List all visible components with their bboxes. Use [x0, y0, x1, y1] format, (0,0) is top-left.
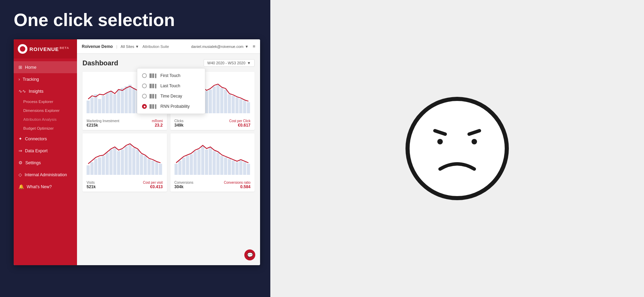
svg-rect-1 [90, 98, 93, 113]
svg-rect-39 [247, 102, 250, 113]
svg-point-80 [408, 99, 507, 198]
svg-rect-35 [231, 96, 234, 113]
svg-rect-65 [193, 151, 196, 175]
topbar-email: daniel.musialek@roivenue.com ▼ ≡ [191, 44, 255, 49]
svg-point-84 [472, 139, 477, 144]
sidebar-item-process-explorer[interactable]: Process Explorer [14, 97, 77, 106]
svg-rect-57 [151, 160, 154, 175]
chart-value-visits: 521k [87, 184, 96, 189]
svg-rect-8 [117, 90, 120, 114]
main-content: Roivenue Demo | All Sites ▼ Attribution … [77, 39, 260, 265]
date-selector[interactable]: W40 2020 - WS3 2020 ▼ [204, 59, 255, 67]
chart-footer-clicks: Clicks 349k Cost per Click €0.617 [175, 119, 251, 128]
sidebar-item-tracking[interactable]: › Tracking [14, 73, 77, 85]
tracking-icon: › [18, 77, 20, 82]
bar-chart-icon-rnn: ▊▋▌ [150, 104, 158, 109]
svg-rect-5 [106, 93, 109, 113]
logo-text: ROIVENUEBETA [29, 46, 69, 52]
svg-rect-48 [117, 151, 120, 175]
date-chevron-icon: ▼ [247, 61, 251, 65]
svg-rect-64 [190, 154, 193, 175]
sidebar-item-dimensions-explorer[interactable]: Dimensions Explorer [14, 106, 77, 115]
sidebar-item-settings[interactable]: ⚙ Settings [14, 157, 77, 169]
topbar-suite: Attribution Suite [142, 44, 169, 49]
dashboard-area: Dashboard W40 2020 - WS3 2020 ▼ [77, 54, 260, 265]
sidebar-item-whats-new[interactable]: 🔔 What's New? [14, 181, 77, 193]
radio-last-touch[interactable] [142, 83, 147, 88]
chat-button[interactable]: 💬 [244, 249, 255, 260]
sidebar-item-data-export-label: Data Export [25, 148, 48, 153]
svg-rect-30 [212, 86, 216, 113]
sidebar-item-tracking-label: Tracking [23, 77, 39, 82]
radio-time-decay[interactable] [142, 94, 147, 99]
chart-conversions: Conversions 304k Conversions ratio 0.584 [170, 133, 255, 192]
svg-rect-54 [140, 154, 143, 175]
chevron-down-icon: ▼ [135, 44, 139, 49]
chart-visits: Visits 521k Cost per visit €0.413 [82, 133, 167, 192]
dropdown-item-time-decay[interactable]: ▊▋▌ Time Decay [137, 91, 205, 101]
svg-rect-66 [197, 150, 200, 175]
svg-rect-10 [125, 86, 128, 113]
topbar-email-chevron: ▼ [245, 44, 249, 49]
sidebar-item-connectors[interactable]: ✦ Connectors [14, 133, 77, 145]
svg-rect-52 [132, 148, 136, 175]
attribution-dropdown: ▊▋▌ First Touch ▊▋▌ Last Touch ▊▋▌ Time … [137, 68, 205, 114]
svg-rect-78 [243, 162, 246, 175]
svg-rect-9 [121, 88, 124, 113]
svg-rect-50 [125, 146, 128, 175]
right-panel [270, 0, 644, 297]
dropdown-item-rnn-probability[interactable]: ▊▋▌ RNN Probability [137, 101, 205, 112]
dropdown-label-last-touch: Last Touch [160, 83, 180, 88]
chart-metric-value-clicks: €0.617 [229, 123, 250, 128]
svg-rect-76 [235, 162, 239, 175]
app-window: ROIVENUEBETA ⊞ Home › Tracking ∿∿ Insigh… [14, 39, 260, 265]
svg-rect-47 [113, 148, 116, 175]
svg-rect-43 [98, 157, 101, 175]
svg-rect-49 [121, 150, 124, 175]
svg-rect-6 [110, 91, 113, 113]
svg-rect-34 [228, 94, 231, 114]
svg-rect-38 [243, 101, 246, 113]
svg-rect-33 [224, 90, 227, 114]
left-panel: One click selection ROIVENUEBETA ⊞ Home … [0, 0, 270, 297]
chart-metric-label-visits: Cost per visit [143, 181, 163, 184]
connectors-icon: ✦ [18, 136, 22, 141]
bar-chart-icon-first-touch: ▊▋▌ [150, 74, 158, 78]
dropdown-label-time-decay: Time Decay [160, 94, 182, 99]
sidebar-item-attribution-analysis[interactable]: Attribution Analysis [14, 115, 77, 124]
internal-admin-icon: ◇ [18, 172, 22, 177]
svg-rect-7 [113, 94, 116, 114]
chart-value-clicks: 349k [175, 123, 184, 128]
svg-rect-77 [239, 160, 242, 175]
dropdown-item-first-touch[interactable]: ▊▋▌ First Touch [137, 70, 205, 81]
dropdown-item-last-touch[interactable]: ▊▋▌ Last Touch [137, 81, 205, 91]
topbar-all-sites[interactable]: All Sites ▼ [121, 44, 139, 49]
svg-rect-4 [102, 96, 105, 113]
radio-rnn-probability[interactable] [142, 104, 147, 109]
sad-face-illustration [402, 94, 512, 203]
sidebar-item-data-export[interactable]: ⇒ Data Export [14, 145, 77, 157]
sidebar-item-insights-label: Insights [29, 89, 43, 94]
sidebar-item-budget-optimizer[interactable]: Budget Optimizer [14, 124, 77, 133]
sidebar-item-connectors-label: Connectors [25, 137, 47, 141]
svg-rect-36 [235, 98, 239, 113]
svg-rect-71 [216, 153, 219, 175]
chart-label-clicks: Clicks [175, 119, 184, 123]
svg-rect-44 [102, 156, 105, 175]
topbar-menu-icon[interactable]: ≡ [253, 44, 255, 49]
home-icon: ⊞ [18, 65, 22, 70]
sidebar-item-internal-admin[interactable]: ◇ Internal Administration [14, 169, 77, 181]
whats-new-icon: 🔔 [18, 184, 24, 189]
dropdown-label-first-touch: First Touch [160, 73, 180, 78]
svg-point-83 [437, 139, 443, 144]
svg-rect-73 [224, 157, 227, 175]
topbar-site: Roivenue Demo [82, 44, 113, 49]
svg-rect-29 [209, 90, 212, 114]
sidebar-logo: ROIVENUEBETA [14, 39, 77, 59]
chart-value-marketing: €215k [87, 123, 119, 128]
sidebar-item-insights[interactable]: ∿∿ Insights [14, 85, 77, 97]
insights-icon: ∿∿ [18, 89, 26, 94]
sidebar-item-home[interactable]: ⊞ Home [14, 61, 77, 73]
radio-first-touch[interactable] [142, 73, 147, 78]
svg-rect-59 [159, 164, 162, 175]
